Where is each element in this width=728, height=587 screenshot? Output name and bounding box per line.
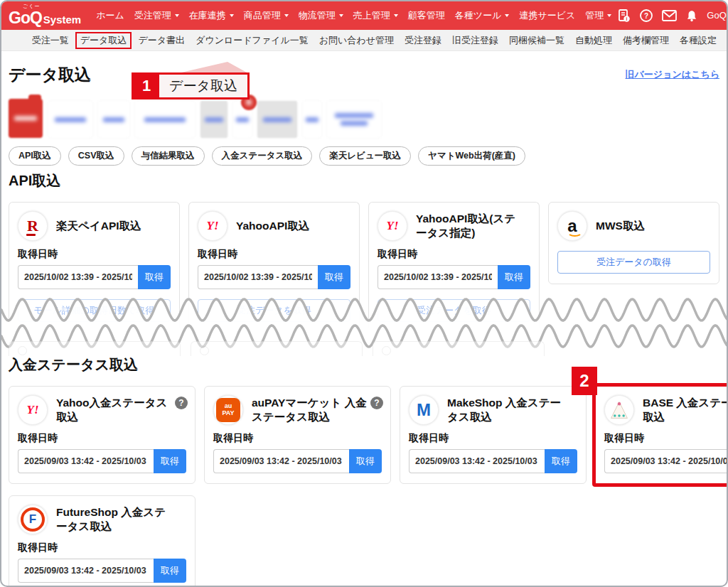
fetch-button[interactable]: 取得 bbox=[154, 559, 186, 583]
import-type-filters: API取込 CSV取込 与信結果取込 入金ステータス取込 楽天レビュー取込 ヤマ… bbox=[9, 146, 719, 166]
subnav-item-order-entry[interactable]: 受注登録 bbox=[400, 33, 446, 48]
date-range-input[interactable] bbox=[409, 449, 545, 473]
topnav-item-admin[interactable]: 管理 bbox=[580, 9, 616, 22]
annotation-step1-label: データ取込 bbox=[159, 75, 247, 97]
date-range-label: 取得日時 bbox=[213, 432, 382, 445]
topnav-item-customer-mgmt[interactable]: 顧客管理 bbox=[403, 9, 450, 22]
redacted-tab-active[interactable] bbox=[9, 99, 43, 138]
page-title: データ取込 bbox=[9, 64, 91, 86]
redacted-tab[interactable] bbox=[233, 101, 252, 138]
svg-text:?: ? bbox=[644, 12, 648, 20]
date-range-input[interactable] bbox=[604, 449, 728, 473]
fetch-button[interactable]: 取得 bbox=[318, 265, 350, 289]
topnav-item-tools[interactable]: 各種ツール bbox=[450, 9, 515, 22]
subnav-item-auto-process[interactable]: 自動処理 bbox=[571, 33, 616, 48]
chevron-down-icon bbox=[175, 14, 179, 17]
annotation-step1-box: 1 データ取込 bbox=[132, 72, 250, 99]
card-rakuten-pay-api: R 楽天ペイAPI取込 取得日時 取得 モール詳細の取得日数で取得 bbox=[9, 202, 180, 328]
logo-sub: System bbox=[43, 14, 81, 26]
subnav-item-data-import[interactable]: データ取込 bbox=[75, 32, 132, 49]
help-circle-icon[interactable]: ? bbox=[639, 9, 653, 23]
redacted-tab[interactable] bbox=[135, 101, 195, 138]
topnav-item-stock-link[interactable]: 在庫連携 bbox=[184, 9, 239, 22]
filter-credit-result-import[interactable]: 与信結果取込 bbox=[132, 146, 205, 166]
account-menu[interactable]: GoQSystem 様 bbox=[707, 9, 728, 22]
mail-icon[interactable] bbox=[662, 10, 677, 21]
topnav-item-order-mgmt[interactable]: 受注管理 bbox=[129, 9, 184, 22]
date-range-input[interactable] bbox=[18, 559, 154, 583]
subnav-item-remarks-mgmt[interactable]: 備考欄管理 bbox=[619, 33, 673, 48]
redacted-tab[interactable] bbox=[48, 101, 92, 138]
goq-logo[interactable]: ごくー GoQ System bbox=[9, 4, 81, 28]
card-aupay-payment-status: ? auPAY auPAYマーケット 入金ステータス取込 取得日時 取得 bbox=[204, 386, 391, 484]
topnav-item-sales-mgmt[interactable]: 売上管理 bbox=[348, 9, 403, 22]
hidden-card-stub bbox=[9, 341, 181, 356]
annotation-step1-number: 1 bbox=[134, 75, 159, 97]
old-version-link[interactable]: 旧バージョンはこちら bbox=[626, 68, 719, 81]
app-window: ごくー GoQ System ホーム 受注管理 在庫連携 商品管理 物流管理 売… bbox=[0, 0, 728, 587]
card-title: 楽天ペイAPI取込 bbox=[56, 219, 141, 233]
filter-payment-status-import[interactable]: 入金ステータス取込 bbox=[212, 146, 313, 166]
topnav-item-partner-services[interactable]: 連携サービス bbox=[514, 9, 580, 22]
date-range-input[interactable] bbox=[198, 265, 318, 289]
redacted-tab[interactable] bbox=[257, 101, 297, 138]
payment-card-grid: ? Y! Yahoo入金ステータス取込 取得日時 取得 ? auPAY auP bbox=[9, 386, 719, 484]
card-title: auPAYマーケット 入金ステータス取込 bbox=[252, 396, 370, 424]
redacted-tab[interactable] bbox=[303, 101, 321, 138]
card-title: MWS取込 bbox=[596, 219, 645, 233]
highlighted-card-wrapper: 2 BASE 入金ステータス取込 取得日時 取得 bbox=[592, 383, 728, 487]
amazon-logo-icon: a bbox=[557, 211, 587, 241]
fetch-order-data-button[interactable]: 受注データを取得 bbox=[198, 299, 350, 322]
subnav-item-bundle-candidates[interactable]: 同梱候補一覧 bbox=[505, 33, 569, 48]
topnav-item-product-mgmt[interactable]: 商品管理 bbox=[239, 9, 294, 22]
fetch-button[interactable]: 取得 bbox=[154, 449, 186, 473]
fetch-order-data-button[interactable]: 受注データを取得 bbox=[378, 299, 530, 322]
card-futureshop-payment-status: F FutureShop 入金ステータス取込 取得日時 取得 bbox=[9, 495, 196, 587]
card-title: Yahoo入金ステータス取込 bbox=[56, 396, 175, 424]
fetch-button[interactable]: 取得 bbox=[349, 449, 382, 473]
chevron-down-icon bbox=[505, 14, 509, 17]
subnav-item-order-list[interactable]: 受注一覧 bbox=[28, 33, 73, 48]
fetch-button[interactable]: 取得 bbox=[545, 449, 577, 473]
date-range-input[interactable] bbox=[18, 265, 138, 289]
date-range-input[interactable] bbox=[18, 449, 154, 473]
section-heading-api: API取込 bbox=[9, 171, 719, 190]
annotation-step1: 1 データ取込 bbox=[132, 72, 250, 99]
chevron-down-icon bbox=[230, 14, 234, 17]
yahoo-logo-icon: Y! bbox=[198, 211, 228, 241]
subnav-item-inquiry-mgmt[interactable]: お問い合わせ管理 bbox=[315, 33, 398, 48]
filter-api-import[interactable]: API取込 bbox=[9, 146, 61, 166]
fetch-button[interactable]: 取得 bbox=[138, 265, 171, 289]
fetch-order-data-button[interactable]: 受注データの取得 bbox=[557, 251, 710, 274]
subnav-item-data-export[interactable]: データ書出 bbox=[134, 33, 189, 48]
card-title: YahooAPI取込(ステータス指定) bbox=[416, 212, 519, 240]
section-heading-payment-status: 入金ステータス取込 bbox=[9, 355, 719, 375]
callout-pointer bbox=[176, 62, 254, 73]
subnav-item-settings[interactable]: 各種設定 bbox=[675, 33, 721, 48]
bell-icon[interactable] bbox=[685, 9, 698, 23]
redacted-tab[interactable] bbox=[200, 101, 228, 138]
filter-yamato-web-ship[interactable]: ヤマトWeb出荷(産直) bbox=[418, 146, 525, 166]
redacted-tab[interactable] bbox=[327, 101, 381, 138]
date-range-label: 取得日時 bbox=[18, 542, 186, 554]
filter-rakuten-review-import[interactable]: 楽天レビュー取込 bbox=[319, 146, 411, 166]
date-range-input[interactable] bbox=[213, 449, 349, 473]
subnav-item-old-order-entry[interactable]: 旧受注登録 bbox=[448, 33, 503, 48]
help-icon[interactable]: ? bbox=[370, 397, 383, 409]
yahoo-logo-icon: Y! bbox=[378, 211, 407, 241]
filter-csv-import[interactable]: CSV取込 bbox=[68, 146, 124, 166]
date-range-label: 取得日時 bbox=[378, 248, 530, 261]
date-range-input[interactable] bbox=[378, 265, 498, 289]
rakuten-logo-icon: R bbox=[18, 211, 48, 241]
base-logo-icon bbox=[604, 395, 634, 425]
svg-text:i: i bbox=[626, 16, 628, 21]
help-icon[interactable]: ? bbox=[175, 397, 188, 409]
topnav-item-home[interactable]: ホーム bbox=[91, 9, 129, 22]
chevron-down-icon bbox=[284, 14, 289, 17]
fetch-button[interactable]: 取得 bbox=[498, 265, 530, 289]
topnav-item-logistics-mgmt[interactable]: 物流管理 bbox=[294, 9, 348, 22]
fetch-by-mall-days-button[interactable]: モール詳細の取得日数で取得 bbox=[18, 299, 171, 322]
subnav-item-download-files[interactable]: ダウンロードファイル一覧 bbox=[191, 33, 313, 48]
release-notes-icon[interactable]: i bbox=[616, 9, 631, 23]
redacted-tab[interactable] bbox=[98, 101, 129, 138]
